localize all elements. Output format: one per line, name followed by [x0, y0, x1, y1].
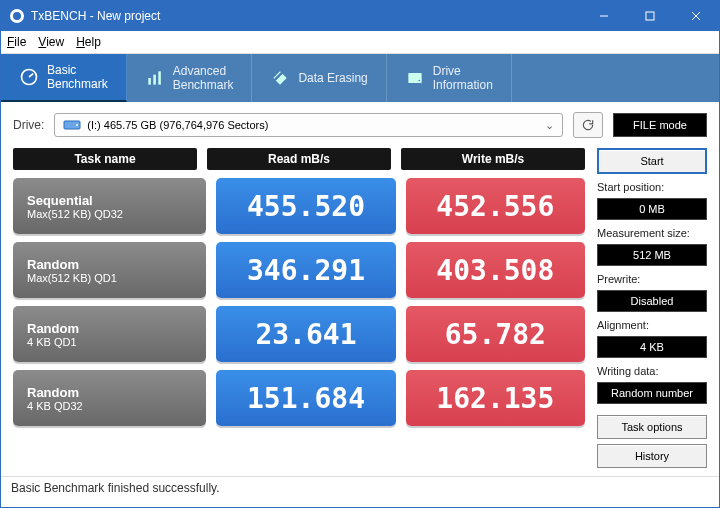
task-name-cell[interactable]: Random Max(512 KB) QD1	[13, 242, 206, 298]
results-panel: Task name Read mB/s Write mB/s Sequentia…	[13, 148, 585, 472]
writing-data-label: Writing data:	[597, 365, 707, 377]
refresh-button[interactable]	[573, 112, 603, 138]
drive-text: (I:) 465.75 GB (976,764,976 Sectors)	[87, 119, 268, 131]
result-row: Sequential Max(512 KB) QD32 455.520 452.…	[13, 178, 585, 234]
tab-basic-benchmark[interactable]: BasicBenchmark	[1, 54, 127, 102]
status-bar: Basic Benchmark finished successfully.	[1, 476, 719, 507]
app-icon	[9, 8, 25, 24]
file-mode-button[interactable]: FILE mode	[613, 113, 707, 137]
task-title: Random	[27, 321, 79, 336]
alignment-value[interactable]: 4 KB	[597, 336, 707, 358]
menu-help[interactable]: Help	[76, 35, 101, 49]
menu-view[interactable]: View	[38, 35, 64, 49]
start-button[interactable]: Start	[597, 148, 707, 174]
task-subtitle: Max(512 KB) QD1	[27, 272, 117, 284]
header-task: Task name	[13, 148, 197, 170]
result-row: Random Max(512 KB) QD1 346.291 403.508	[13, 242, 585, 298]
start-position-label: Start position:	[597, 181, 707, 193]
task-options-button[interactable]: Task options	[597, 415, 707, 439]
write-value: 162.135	[406, 370, 585, 426]
read-value: 151.684	[216, 370, 395, 426]
svg-point-15	[76, 124, 78, 126]
svg-rect-12	[408, 73, 421, 83]
svg-rect-8	[148, 78, 151, 85]
history-button[interactable]: History	[597, 444, 707, 468]
bars-icon	[145, 68, 165, 88]
tab-bar: BasicBenchmark AdvancedBenchmark Data Er…	[1, 54, 719, 102]
task-name-cell[interactable]: Random 4 KB QD1	[13, 306, 206, 362]
task-title: Random	[27, 257, 79, 272]
write-value: 452.556	[406, 178, 585, 234]
refresh-icon	[581, 118, 595, 132]
disk-icon	[63, 118, 81, 132]
task-title: Random	[27, 385, 79, 400]
header-write: Write mB/s	[401, 148, 585, 170]
erase-icon	[270, 68, 290, 88]
client-area: Drive: (I:) 465.75 GB (976,764,976 Secto…	[1, 102, 719, 507]
measurement-size-label: Measurement size:	[597, 227, 707, 239]
drive-select[interactable]: (I:) 465.75 GB (976,764,976 Sectors) ⌄	[54, 113, 563, 137]
task-name-cell[interactable]: Sequential Max(512 KB) QD32	[13, 178, 206, 234]
write-value: 65.782	[406, 306, 585, 362]
task-title: Sequential	[27, 193, 93, 208]
results-header: Task name Read mB/s Write mB/s	[13, 148, 585, 170]
maximize-button[interactable]	[627, 1, 673, 31]
titlebar: TxBENCH - New project	[1, 1, 719, 31]
read-value: 23.641	[216, 306, 395, 362]
prewrite-label: Prewrite:	[597, 273, 707, 285]
start-position-value[interactable]: 0 MB	[597, 198, 707, 220]
writing-data-value[interactable]: Random number	[597, 382, 707, 404]
menubar: File View Help	[1, 31, 719, 54]
close-button[interactable]	[673, 1, 719, 31]
tab-data-erasing[interactable]: Data Erasing	[252, 54, 386, 102]
svg-point-13	[418, 80, 420, 82]
drive-row: Drive: (I:) 465.75 GB (976,764,976 Secto…	[1, 102, 719, 148]
svg-line-7	[29, 74, 33, 77]
tab-label: AdvancedBenchmark	[173, 64, 234, 92]
tab-label: BasicBenchmark	[47, 63, 108, 91]
tab-drive-information[interactable]: DriveInformation	[387, 54, 512, 102]
window-title: TxBENCH - New project	[31, 9, 581, 23]
write-value: 403.508	[406, 242, 585, 298]
alignment-label: Alignment:	[597, 319, 707, 331]
chevron-down-icon: ⌄	[545, 119, 554, 132]
drive-label: Drive:	[13, 118, 44, 132]
app-window: TxBENCH - New project File View Help Bas…	[0, 0, 720, 508]
drive-icon	[405, 68, 425, 88]
prewrite-value[interactable]: Disabled	[597, 290, 707, 312]
tab-label: DriveInformation	[433, 64, 493, 92]
task-subtitle: Max(512 KB) QD32	[27, 208, 123, 220]
svg-point-1	[13, 12, 21, 20]
gauge-icon	[19, 67, 39, 87]
read-value: 346.291	[216, 242, 395, 298]
menu-file[interactable]: File	[7, 35, 26, 49]
task-subtitle: 4 KB QD32	[27, 400, 83, 412]
read-value: 455.520	[216, 178, 395, 234]
svg-rect-3	[646, 12, 654, 20]
task-name-cell[interactable]: Random 4 KB QD32	[13, 370, 206, 426]
tab-label: Data Erasing	[298, 71, 367, 85]
result-row: Random 4 KB QD32 151.684 162.135	[13, 370, 585, 426]
result-row: Random 4 KB QD1 23.641 65.782	[13, 306, 585, 362]
side-panel: Start Start position: 0 MB Measurement s…	[597, 148, 707, 472]
svg-rect-10	[158, 71, 161, 84]
tab-advanced-benchmark[interactable]: AdvancedBenchmark	[127, 54, 253, 102]
task-subtitle: 4 KB QD1	[27, 336, 77, 348]
measurement-size-value[interactable]: 512 MB	[597, 244, 707, 266]
header-read: Read mB/s	[207, 148, 391, 170]
svg-rect-9	[153, 75, 156, 85]
minimize-button[interactable]	[581, 1, 627, 31]
